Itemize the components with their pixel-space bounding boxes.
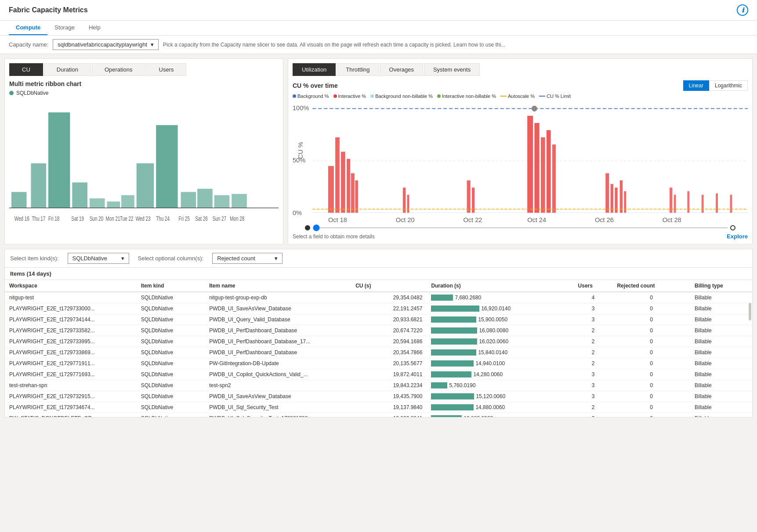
cell-item-kind: SQLDbNative <box>137 303 205 314</box>
cell-users: 3 <box>574 369 613 380</box>
tab-overages[interactable]: Overages <box>380 63 423 76</box>
cell-item-kind: SQLDbNative <box>137 314 205 325</box>
legend-background: Background % <box>293 93 329 99</box>
cell-billing: Billable <box>690 413 752 417</box>
cell-billing: Billable <box>690 336 752 347</box>
tab-users[interactable]: Users <box>146 63 187 76</box>
cell-item-name: PWDB_UI_SaveAsView_Database <box>205 391 351 402</box>
cell-billing: Billable <box>690 314 752 325</box>
svg-rect-9 <box>156 125 177 208</box>
svg-text:Sun 20: Sun 20 <box>90 215 103 222</box>
svg-rect-4 <box>72 183 87 208</box>
cell-rejected: 0 <box>612 292 690 303</box>
cell-workspace: PLAYWRIGHT_E2E_t1729734144... <box>5 314 137 325</box>
svg-text:Oct 18: Oct 18 <box>328 216 347 223</box>
tab-cu[interactable]: CU <box>9 63 43 76</box>
svg-text:Thu 24: Thu 24 <box>156 215 170 222</box>
cell-duration: 14,280.0060 <box>427 369 573 380</box>
linear-scale-button[interactable]: Linear <box>683 80 709 91</box>
cell-rejected: 0 <box>612 413 690 417</box>
capacity-value: sqldbnativefabriccapacityplaywright <box>58 41 147 48</box>
cell-item-kind: SQLDbNative <box>137 380 205 391</box>
svg-text:Fri 25: Fri 25 <box>179 215 190 222</box>
cell-cu: 19,137.9840 <box>351 402 427 413</box>
cell-item-name: test-spn2 <box>205 380 351 391</box>
cell-item-kind: SQLDbNative <box>137 292 205 303</box>
item-kind-filter-label: Select item kind(s): <box>10 255 59 262</box>
tab-throttling[interactable]: Throttling <box>337 63 379 76</box>
chevron-down-icon: ▾ <box>151 41 154 48</box>
info-icon[interactable]: ℹ <box>737 4 748 16</box>
svg-text:0%: 0% <box>293 209 302 216</box>
cell-duration: 7,680.2680 <box>427 292 573 303</box>
cell-cu: 20,674.7220 <box>351 325 427 336</box>
table-row: PLAYWRIGHT_E2E_t1729771911... SQLDbNativ… <box>5 358 752 369</box>
legend-dot <box>9 91 14 95</box>
svg-text:Sat 19: Sat 19 <box>71 215 84 222</box>
svg-rect-7 <box>121 195 134 208</box>
tab-help[interactable]: Help <box>82 21 108 35</box>
col-rejected: Rejected count <box>612 280 690 292</box>
capacity-dropdown[interactable]: sqldbnativefabriccapacityplaywright ▾ <box>53 39 159 50</box>
table-row: nitgup-test SQLDbNative nitgup-test-grou… <box>5 292 752 303</box>
cell-workspace: PLAYWRIGHT_E2E_t1729732915... <box>5 391 137 402</box>
svg-rect-60 <box>716 193 718 212</box>
svg-rect-6 <box>107 201 120 208</box>
cell-workspace: PLAYWRIGHT_E2E_t1729771911... <box>5 358 137 369</box>
table-row: PLAYWRIGHT_E2E_t1729734674... SQLDbNativ… <box>5 402 752 413</box>
cell-item-name: PWDB_UI_Query_Valid_Database <box>205 314 351 325</box>
svg-rect-3 <box>48 112 70 208</box>
cell-workspace: test-strehan-spn <box>5 380 137 391</box>
cell-duration: 16,920.0140 <box>427 303 573 314</box>
tab-utilization[interactable]: Utilization <box>293 63 336 76</box>
cell-workspace: PLAYWRIGHT_E2E_t1729734674... <box>5 402 137 413</box>
table-row: PLAYWRIGHT_E2E_t1729732915... SQLDbNativ… <box>5 391 752 402</box>
cell-duration: 15,840.0140 <box>427 347 573 358</box>
item-kind-dropdown[interactable]: SQLDbNative ▾ <box>68 253 129 264</box>
tab-operations[interactable]: Operations <box>92 63 145 76</box>
svg-rect-1 <box>11 192 27 208</box>
cell-billing: Billable <box>690 358 752 369</box>
tab-compute[interactable]: Compute <box>9 21 47 35</box>
legend-interactive: Interactive % <box>333 93 366 99</box>
cell-rejected: 0 <box>612 380 690 391</box>
legend-cu-limit: CU % Limit <box>539 93 571 99</box>
chart-range-slider[interactable] <box>313 227 728 228</box>
cell-cu: 18,803.8941 <box>351 413 427 417</box>
cell-users: 2 <box>574 358 613 369</box>
column-dropdown[interactable]: Rejected count ▾ <box>212 253 283 264</box>
cell-workspace: PLAYWRIGHT_E2E_t1729733869... <box>5 347 137 358</box>
table-section: Items (14 days) Workspace Item kind Item… <box>5 268 752 417</box>
svg-rect-59 <box>702 195 704 213</box>
table-row: PLAYWRIGHT_E2E_t1729733000... SQLDbNativ… <box>5 303 752 314</box>
svg-text:Wed 23: Wed 23 <box>136 215 151 222</box>
cell-cu: 20,933.6821 <box>351 314 427 325</box>
col-cu: CU (s) <box>351 280 427 292</box>
cell-rejected: 0 <box>612 336 690 347</box>
svg-text:Oct 28: Oct 28 <box>663 216 681 223</box>
tab-storage[interactable]: Storage <box>47 21 82 35</box>
table-section-title: Items (14 days) <box>5 268 752 280</box>
explore-hint-text: Select a field to obtain more details <box>293 234 375 240</box>
cell-billing: Billable <box>690 347 752 358</box>
svg-rect-50 <box>552 144 556 212</box>
cell-workspace: PLAYWRIGHT_E2E_t1729733582... <box>5 325 137 336</box>
explore-link[interactable]: Explore <box>727 233 748 240</box>
cell-users: 3 <box>574 380 613 391</box>
logarithmic-scale-button[interactable]: Logarithmic <box>709 80 748 91</box>
cell-workspace: PLAYWRIGHT_E2E_t1729733000... <box>5 303 137 314</box>
scrollbar[interactable] <box>749 303 751 320</box>
col-users: Users <box>574 280 613 292</box>
svg-rect-61 <box>730 195 732 213</box>
col-duration: Duration (s) <box>427 280 573 292</box>
chart-slider-row[interactable] <box>293 223 748 230</box>
cell-billing: Billable <box>690 402 752 413</box>
cell-billing: Billable <box>690 325 752 336</box>
svg-text:100%: 100% <box>293 104 309 111</box>
tab-duration[interactable]: Duration <box>44 63 91 76</box>
cell-cu: 20,594.1686 <box>351 336 427 347</box>
tab-system-events[interactable]: System events <box>424 63 480 76</box>
cell-duration: 14,880.0060 <box>427 402 573 413</box>
cell-duration: 10,860.0060 <box>427 413 573 417</box>
cell-item-kind: SQLDbNative <box>137 336 205 347</box>
